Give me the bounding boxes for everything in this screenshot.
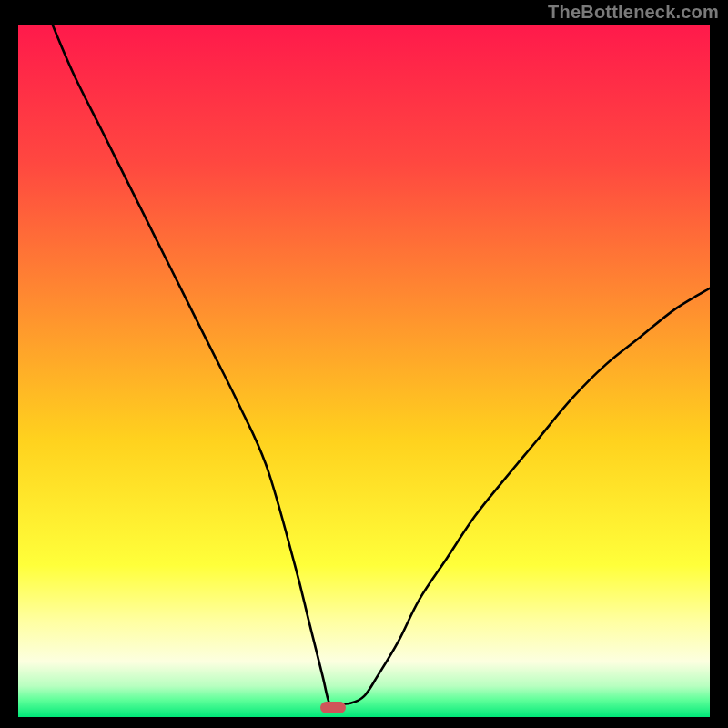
chart-frame: TheBottleneck.com	[0, 0, 728, 728]
bottleneck-chart	[18, 25, 710, 717]
gradient-background	[18, 25, 710, 717]
optimal-point-marker	[320, 702, 346, 713]
watermark-text: TheBottleneck.com	[548, 2, 719, 23]
